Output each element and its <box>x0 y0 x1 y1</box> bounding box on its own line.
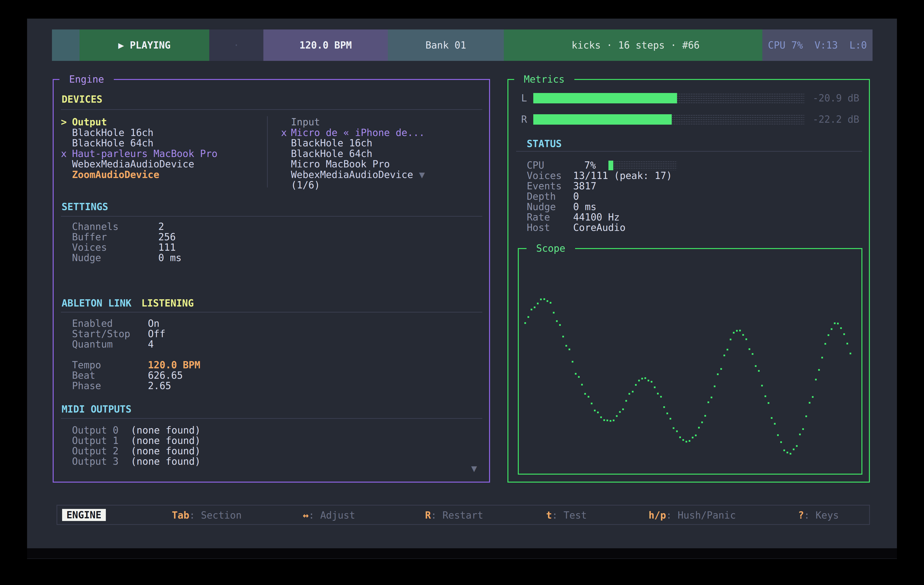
scope-dot <box>562 336 564 338</box>
scope-dot <box>850 353 851 354</box>
scope-dot <box>758 370 760 372</box>
hint-key: ? <box>798 510 804 521</box>
scope-dot <box>610 420 611 422</box>
scope-dot <box>834 323 836 324</box>
scope-dot <box>638 380 640 381</box>
hint-adjust: ↔: Adjust <box>303 510 355 521</box>
hint-desc: : Keys <box>804 510 839 521</box>
scope-dot <box>613 420 614 421</box>
cpu-meter-track <box>609 161 677 170</box>
scope-dot <box>777 434 779 436</box>
scope-dot <box>524 322 526 324</box>
scope-dot <box>711 397 712 398</box>
scope-dot <box>774 423 776 425</box>
scope-dot <box>651 381 652 382</box>
kv-label: Output 3 <box>72 456 119 466</box>
divider <box>61 312 482 313</box>
kv-value: On <box>148 318 160 329</box>
scope-dot <box>667 412 668 414</box>
device-marker: x <box>61 148 67 159</box>
scope-dot <box>663 406 665 408</box>
hint-key: Tab <box>172 510 189 521</box>
kv-value: 13/111 (peak: 17) <box>573 171 672 181</box>
device-name: Micro MacBook Pro <box>291 159 390 169</box>
scope-dot <box>764 395 766 397</box>
device-name: WebexMediaAudioDevice <box>291 170 413 180</box>
device-marker: > <box>61 117 67 127</box>
kv-value: 0 ms <box>573 202 596 212</box>
kv-value: (none found) <box>131 435 201 446</box>
kv-value: 0 <box>573 191 579 202</box>
hint-key: t <box>546 510 552 521</box>
status-header: STATUS <box>527 138 562 149</box>
midi-outputs-header: MIDI OUTPUTS <box>62 404 132 415</box>
scope-dot <box>641 378 643 379</box>
divider <box>61 216 482 217</box>
window-shadow <box>27 548 897 559</box>
device-name: BlackHole 16ch <box>72 127 153 138</box>
scope-panel: Scope <box>518 248 862 475</box>
scope-dot <box>670 418 671 420</box>
scope-dot <box>587 396 589 397</box>
scope-dot <box>805 415 807 417</box>
scope-dot <box>837 323 839 325</box>
settings-header: SETTINGS <box>62 201 108 212</box>
scope-dot <box>537 303 539 304</box>
scroll-more-icon[interactable]: ▼ <box>471 463 477 474</box>
topbar-segment-stats: CPU 7% V:13 L:0 <box>762 30 873 61</box>
scope-dot <box>553 312 554 313</box>
cpu-meter-fill <box>609 161 613 170</box>
scope-dot <box>720 368 722 370</box>
kv-value: Off <box>148 329 165 339</box>
hint-desc: : Test <box>552 510 587 521</box>
scope-dot <box>812 396 813 398</box>
scope-dot <box>821 357 823 358</box>
kv-value: 120.0 BPM <box>148 360 200 370</box>
device-name: Haut-parleurs MacBook Pro <box>72 148 218 159</box>
scope-dot <box>569 349 570 350</box>
kv-label: Nudge <box>72 253 101 263</box>
meter-label: R <box>521 114 527 125</box>
scope-dot <box>733 332 734 334</box>
scope-dot <box>629 393 630 395</box>
bottom-hint-bar: ENGINE Tab: Section↔: AdjustR: Restartt:… <box>56 505 870 525</box>
hint-hush-panic: h/p: Hush/Panic <box>648 510 736 521</box>
scope-dot <box>752 353 753 355</box>
scope-dot <box>828 334 829 336</box>
meter-db-value: -22.2 dB <box>813 114 859 125</box>
kv-label: Voices <box>72 242 107 253</box>
topbar-segment-tempo: 120.0 BPM <box>263 30 388 61</box>
scope-dot <box>607 420 608 421</box>
scope-dot <box>727 349 728 351</box>
scope-dot <box>654 386 655 388</box>
topbar-segment-transport: ▶ PLAYING <box>79 30 209 61</box>
engine-panel-title: Engine <box>59 74 114 85</box>
scope-dot <box>831 328 832 330</box>
scope-dot <box>616 415 618 417</box>
scope-dot <box>768 402 769 404</box>
scope-dot <box>603 419 605 421</box>
hint-desc: : Section <box>189 510 242 521</box>
scope-dot <box>597 412 599 413</box>
hint-keys: ?: Keys <box>798 510 839 521</box>
kv-label: Phase <box>72 381 101 391</box>
topbar-segment-pattern: kicks · 16 steps · #66 <box>504 30 767 61</box>
meter-db-value: -20.9 dB <box>813 93 859 103</box>
scope-dot <box>546 300 548 302</box>
kv-value: 4 <box>148 339 153 349</box>
hint-key: h/p <box>648 510 666 521</box>
kv-value: 2 <box>158 221 164 232</box>
scope-dot <box>787 452 788 453</box>
kv-value: (none found) <box>131 425 201 435</box>
scope-dot <box>534 307 535 308</box>
scope-dot <box>566 345 567 347</box>
scope-dot <box>717 373 719 375</box>
scope-dot <box>600 417 602 418</box>
link-status-badge: LISTENING <box>141 298 194 309</box>
scope-dot <box>622 409 624 410</box>
scope-dot <box>815 379 817 381</box>
scope-dot <box>796 445 798 447</box>
device-name: ZoomAudioDevice <box>72 170 159 180</box>
kv-label: CPU <box>527 160 544 171</box>
kv-label: Channels <box>72 221 119 232</box>
